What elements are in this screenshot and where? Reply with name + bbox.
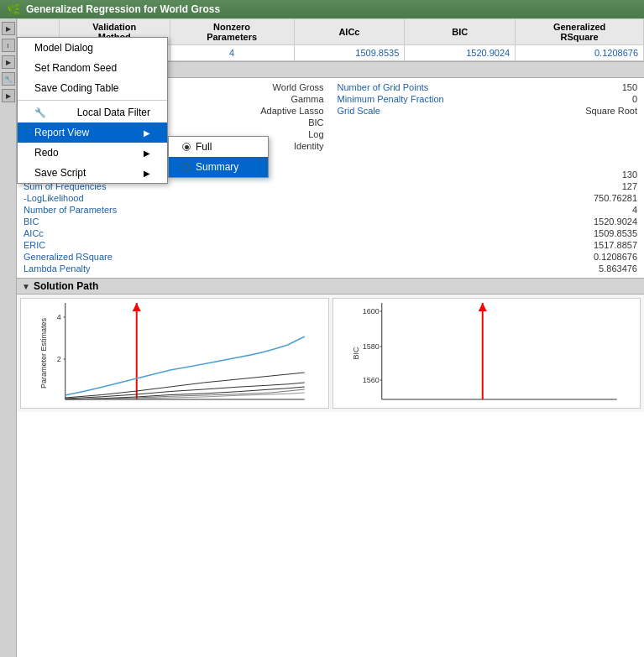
- menu-save-script-label: Save Script: [34, 167, 86, 179]
- svg-text:2: 2: [57, 355, 61, 363]
- row-rsquare: 0.1208676: [516, 45, 644, 61]
- solution-path-title: Solution Path: [34, 280, 98, 292]
- col-header-rsquare: GeneralizedRSquare: [516, 19, 644, 45]
- measure-gen-rsquare: Generalized RSquare 0.1208676: [24, 251, 637, 263]
- detail-min-penalty: Minimum Penalty Fraction 0: [338, 93, 638, 105]
- svg-text:1600: 1600: [362, 307, 379, 315]
- right-chart: BIC 1600 1580 1560: [332, 298, 641, 409]
- left-chart-svg: Parameter Estimates 4 2: [21, 299, 328, 408]
- solution-path-triangle: ▼: [22, 282, 30, 291]
- submenu-summary[interactable]: Summary: [169, 157, 268, 177]
- menu-save-coding-table[interactable]: Save Coding Table: [18, 78, 167, 98]
- menu-report-view-label: Report View: [34, 127, 89, 138]
- title-bar: 🌿 Generalized Regression for World Gross: [0, 0, 644, 18]
- menu-local-data-filter[interactable]: 🔧 Local Data Filter: [18, 102, 167, 123]
- local-data-filter-icon: 🔧: [34, 107, 46, 118]
- svg-text:1560: 1560: [362, 376, 379, 384]
- menu-redo-label: Redo: [34, 147, 59, 159]
- report-view-submenu[interactable]: Full Summary: [168, 136, 269, 178]
- main-content: ▶ I ▶ 🔧 ▶ ValidationMethod NonzeroParame…: [0, 18, 644, 657]
- menu-model-dialog[interactable]: Model Dialog: [18, 38, 167, 58]
- sidebar-btn-3[interactable]: ▶: [2, 55, 15, 69]
- report-area: ValidationMethod NonzeroParameters AICc …: [17, 18, 644, 657]
- submenu-full-label: Full: [196, 141, 212, 153]
- col-header-nonzero: NonzeroParameters: [170, 19, 294, 45]
- dropdown-menu[interactable]: Model Dialog Set Random Seed Save Coding…: [17, 37, 168, 184]
- row-nonzero: 4: [170, 45, 294, 61]
- measure-lambda: Lambda Penalty 5.863476: [24, 263, 637, 274]
- submenu-summary-label: Summary: [196, 161, 238, 173]
- svg-text:BIC: BIC: [351, 347, 359, 360]
- col-header-bic: BIC: [405, 19, 516, 45]
- detail-grid-points: Number of Grid Points 150: [338, 81, 638, 93]
- title-bar-text: Generalized Regression for World Gross: [26, 3, 220, 15]
- sidebar-btn-4[interactable]: 🔧: [2, 72, 15, 86]
- solution-path-header: ▼ Solution Path: [17, 278, 644, 295]
- full-radio: [182, 143, 191, 151]
- measure-num-params: Number of Parameters 4: [24, 204, 637, 216]
- save-script-arrow: ▶: [144, 169, 150, 178]
- measure-eric: ERIC 1517.8857: [24, 239, 637, 251]
- sidebar-btn-2[interactable]: I: [2, 39, 15, 52]
- submenu-full[interactable]: Full: [169, 137, 268, 157]
- charts-area: Parameter Estimates 4 2: [17, 295, 644, 412]
- svg-text:1580: 1580: [362, 342, 379, 351]
- details-right: Number of Grid Points 150 Minimum Penalt…: [331, 81, 645, 152]
- menu-local-data-filter-label: Local Data Filter: [77, 107, 150, 118]
- left-sidebar: ▶ I ▶ 🔧 ▶: [0, 18, 17, 657]
- menu-divider-1: [18, 100, 167, 101]
- svg-text:Parameter Estimates: Parameter Estimates: [39, 317, 48, 388]
- sidebar-btn-5[interactable]: ▶: [2, 89, 15, 102]
- menu-save-coding-table-label: Save Coding Table: [34, 82, 119, 94]
- detail-grid-scale: Grid Scale Square Root: [338, 105, 638, 117]
- row-aicc: 1509.8535: [294, 45, 405, 61]
- menu-set-random-seed[interactable]: Set Random Seed: [18, 58, 167, 78]
- svg-marker-8: [133, 303, 141, 311]
- menu-model-dialog-label: Model Dialog: [34, 42, 93, 54]
- menu-save-script[interactable]: Save Script ▶: [18, 163, 167, 183]
- menu-set-random-seed-label: Set Random Seed: [34, 62, 117, 74]
- redo-arrow: ▶: [144, 149, 150, 158]
- right-chart-svg: BIC 1600 1580 1560: [333, 299, 641, 408]
- title-bar-icon: 🌿: [7, 3, 21, 16]
- measure-bic: BIC 1520.9024: [24, 216, 637, 227]
- report-view-arrow: ▶: [144, 128, 150, 138]
- svg-marker-19: [478, 303, 486, 311]
- left-chart: Parameter Estimates 4 2: [20, 298, 329, 409]
- sidebar-btn-1[interactable]: ▶: [2, 22, 15, 35]
- summary-radio: [182, 163, 191, 171]
- menu-report-view[interactable]: Report View ▶: [18, 123, 167, 143]
- measure-aicc: AICc 1509.8535: [24, 227, 637, 239]
- measure-loglikelihood: -LogLikelihood 750.76281: [24, 192, 637, 204]
- svg-text:4: 4: [57, 313, 61, 321]
- row-bic: 1520.9024: [405, 45, 516, 61]
- col-header-aicc: AICc: [294, 19, 405, 45]
- menu-redo[interactable]: Redo ▶: [18, 143, 167, 163]
